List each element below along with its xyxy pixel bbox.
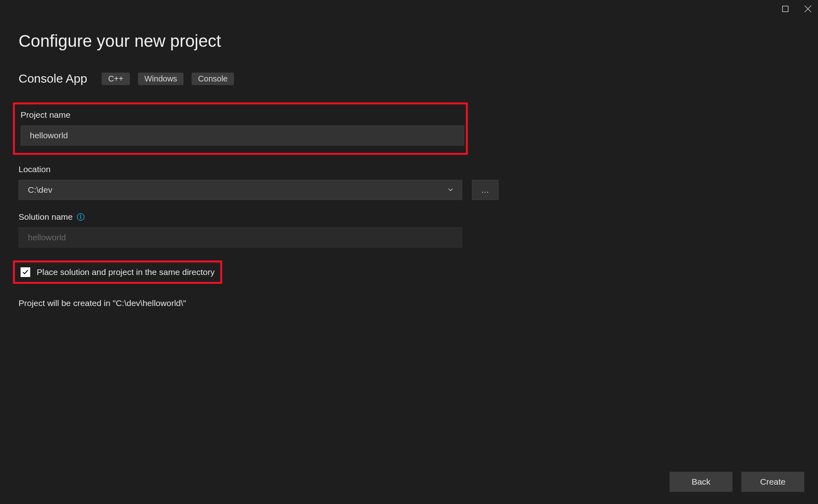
browse-button[interactable]: ...: [472, 180, 499, 200]
info-icon[interactable]: [77, 213, 85, 221]
maximize-icon: [782, 6, 789, 12]
titlebar: [0, 0, 818, 18]
project-name-label: Project name: [21, 110, 460, 120]
chevron-down-icon: [448, 188, 453, 192]
location-select[interactable]: C:\dev: [19, 180, 462, 200]
solution-name-label: Solution name: [19, 212, 799, 222]
close-icon: [804, 5, 812, 12]
maximize-button[interactable]: [781, 4, 790, 13]
solution-name-label-text: Solution name: [19, 212, 73, 222]
back-button[interactable]: Back: [670, 472, 732, 492]
same-directory-checkbox[interactable]: [21, 267, 30, 277]
template-tag: Windows: [138, 73, 184, 85]
project-path-summary: Project will be created in "C:\dev\hello…: [19, 298, 799, 308]
project-name-input[interactable]: [21, 125, 464, 146]
page-title: Configure your new project: [19, 31, 799, 51]
template-tag: Console: [192, 73, 234, 85]
create-button[interactable]: Create: [741, 472, 804, 492]
svg-rect-0: [783, 6, 788, 12]
template-row: Console App C++ Windows Console: [19, 72, 799, 85]
project-name-highlight: Project name: [13, 102, 468, 155]
location-value: C:\dev: [28, 185, 52, 195]
location-label: Location: [19, 165, 799, 174]
same-directory-label: Place solution and project in the same d…: [37, 267, 215, 277]
svg-point-4: [80, 215, 81, 216]
footer: Back Create: [670, 472, 804, 492]
template-name: Console App: [19, 72, 87, 85]
svg-rect-5: [80, 217, 81, 219]
template-tag: C++: [102, 73, 130, 85]
checkmark-icon: [22, 269, 29, 275]
same-directory-highlight: Place solution and project in the same d…: [13, 260, 222, 284]
solution-name-input: [19, 227, 462, 248]
close-button[interactable]: [803, 4, 812, 13]
